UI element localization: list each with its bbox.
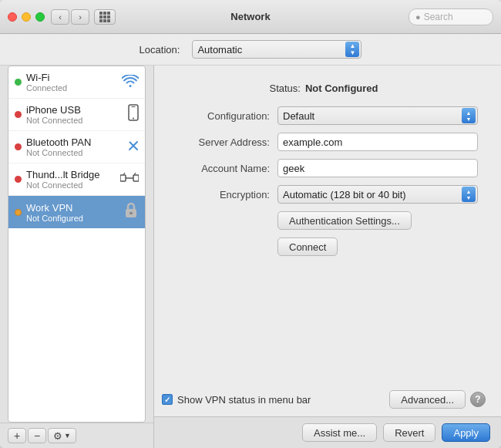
status-dot-bluetooth	[15, 143, 22, 150]
configuration-label: Configuration:	[170, 110, 270, 122]
vpn-form: Configuration: Default ▲ ▼ Server Addres…	[162, 106, 486, 256]
svg-rect-5	[133, 175, 139, 181]
auth-settings-row: Authentication Settings...	[170, 211, 478, 230]
network-status-bridge: Not Connected	[26, 180, 120, 190]
forward-button[interactable]: ›	[71, 9, 89, 25]
gear-menu-button[interactable]: ⚙ ▼	[48, 428, 76, 443]
bottom-bar: Assist me... Revert Apply	[154, 416, 501, 448]
network-info-vpn: Work VPN Not Configured	[26, 202, 123, 223]
search-box[interactable]: ● Search	[409, 8, 493, 25]
status-label: Status:	[269, 83, 300, 94]
close-button[interactable]	[8, 12, 17, 22]
wifi-icon	[122, 75, 139, 90]
location-value: Automatic	[197, 44, 345, 56]
network-status-iphone: Not Connected	[26, 116, 128, 125]
gear-icon: ⚙	[53, 430, 62, 442]
revert-button[interactable]: Revert	[383, 423, 435, 442]
network-item-vpn[interactable]: Work VPN Not Configured	[8, 196, 145, 228]
main-inner: Status: Not Configured Configuration: De…	[154, 66, 501, 416]
bridge-icon	[120, 172, 139, 187]
window-title: Network	[230, 11, 270, 22]
grid-button[interactable]	[94, 9, 116, 25]
show-vpn-label: Show VPN status in menu bar	[177, 394, 311, 406]
location-dropdown[interactable]: Automatic ▲ ▼	[192, 40, 361, 59]
server-address-row: Server Address:	[170, 133, 478, 151]
network-status-wifi: Connected	[26, 83, 122, 93]
maximize-button[interactable]	[35, 12, 45, 22]
account-name-row: Account Name:	[170, 159, 478, 177]
account-name-label: Account Name:	[170, 163, 270, 174]
network-name-bluetooth: Bluetooth PAN	[26, 136, 128, 148]
network-name-iphone: iPhone USB	[26, 104, 128, 116]
network-status-bluetooth: Not Connected	[26, 148, 128, 157]
bluetooth-icon	[128, 137, 139, 157]
apply-button[interactable]: Apply	[442, 423, 490, 442]
content-area: Wi-Fi Connected	[0, 66, 501, 448]
traffic-lights	[8, 12, 45, 22]
network-item-bridge[interactable]: Thund...lt Bridge Not Connected	[8, 163, 145, 196]
status-dot-iphone	[15, 111, 22, 118]
location-wrapper: Location: Automatic ▲ ▼	[140, 40, 362, 59]
remove-network-button[interactable]: −	[28, 428, 46, 443]
svg-rect-9	[129, 212, 133, 214]
status-dot-vpn	[15, 209, 22, 216]
title-bar: ‹ › Network ● Search	[0, 0, 501, 34]
server-address-label: Server Address:	[170, 136, 270, 148]
sidebar-panel: Wi-Fi Connected	[0, 66, 154, 448]
add-network-button[interactable]: +	[8, 428, 26, 443]
encryption-value: Automatic (128 bit or 40 bit)	[283, 189, 462, 200]
network-name-wifi: Wi-Fi	[26, 72, 122, 83]
bottom-right-buttons: Advanced... ?	[389, 390, 486, 409]
encryption-row: Encryption: Automatic (128 bit or 40 bit…	[170, 185, 478, 204]
spacer	[162, 256, 486, 382]
gear-chevron-icon: ▼	[64, 432, 71, 440]
account-name-input[interactable]	[277, 159, 478, 177]
show-vpn-checkbox[interactable]: ✓	[162, 394, 173, 405]
status-value: Not Configured	[305, 83, 378, 94]
encryption-label: Encryption:	[170, 189, 270, 200]
location-bar: Location: Automatic ▲ ▼	[0, 34, 501, 66]
network-info-wifi: Wi-Fi Connected	[26, 72, 122, 93]
main-panel: Status: Not Configured Configuration: De…	[154, 66, 501, 448]
network-status-vpn: Not Configured	[26, 214, 123, 223]
network-name-vpn: Work VPN	[26, 202, 123, 214]
configuration-arrow-icon: ▲ ▼	[462, 108, 476, 123]
svg-rect-3	[120, 175, 126, 181]
bottom-options: ✓ Show VPN status in menu bar Advanced..…	[162, 382, 486, 409]
location-label: Location:	[140, 44, 180, 56]
network-list: Wi-Fi Connected	[8, 66, 146, 423]
network-item-iphone[interactable]: iPhone USB Not Connected	[8, 99, 145, 131]
server-address-input[interactable]	[277, 133, 478, 151]
assist-button[interactable]: Assist me...	[302, 423, 377, 442]
nav-buttons: ‹ ›	[51, 9, 89, 25]
network-name-bridge: Thund...lt Bridge	[26, 169, 120, 180]
configuration-value: Default	[283, 110, 462, 122]
status-section: Status: Not Configured	[162, 73, 486, 106]
location-arrow-icon: ▲ ▼	[345, 42, 359, 57]
connect-row: Connect	[170, 237, 478, 256]
network-info-iphone: iPhone USB Not Connected	[26, 104, 128, 125]
search-placeholder: Search	[424, 12, 453, 22]
phone-icon	[128, 104, 139, 125]
auth-settings-button[interactable]: Authentication Settings...	[277, 211, 412, 230]
app-window: ‹ › Network ● Search Location: Automatic…	[0, 0, 501, 448]
encryption-arrow-icon: ▲ ▼	[462, 187, 476, 202]
connect-button[interactable]: Connect	[277, 237, 338, 256]
network-item-wifi[interactable]: Wi-Fi Connected	[8, 66, 145, 99]
checkmark-icon: ✓	[164, 396, 170, 404]
help-button[interactable]: ?	[470, 392, 486, 407]
minimize-button[interactable]	[22, 12, 31, 22]
status-dot-bridge	[15, 176, 22, 183]
svg-point-2	[133, 118, 134, 120]
back-button[interactable]: ‹	[51, 9, 69, 25]
advanced-button[interactable]: Advanced...	[389, 390, 466, 409]
show-vpn-row: ✓ Show VPN status in menu bar	[162, 394, 311, 406]
status-dot-wifi	[15, 79, 22, 86]
configuration-row: Configuration: Default ▲ ▼	[170, 106, 478, 125]
configuration-dropdown[interactable]: Default ▲ ▼	[277, 106, 478, 125]
network-item-bluetooth[interactable]: Bluetooth PAN Not Connected	[8, 131, 145, 163]
search-icon: ●	[415, 12, 421, 22]
encryption-dropdown[interactable]: Automatic (128 bit or 40 bit) ▲ ▼	[277, 185, 478, 204]
sidebar-toolbar: + − ⚙ ▼	[0, 423, 153, 448]
network-info-bridge: Thund...lt Bridge Not Connected	[26, 169, 120, 190]
